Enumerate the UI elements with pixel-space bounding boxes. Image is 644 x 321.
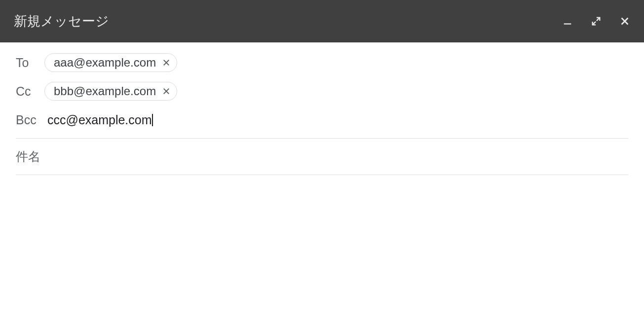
compose-body: To aaa@example.com Cc bbb@example.com Bc… (0, 42, 644, 321)
header-actions (562, 16, 630, 27)
bcc-input-value[interactable]: ccc@example.com (47, 113, 152, 127)
cc-chip-remove-button[interactable] (161, 86, 172, 97)
to-label: To (16, 56, 38, 70)
to-chip-text: aaa@example.com (54, 56, 156, 70)
cc-row[interactable]: Cc bbb@example.com (16, 77, 628, 106)
bcc-row[interactable]: Bcc ccc@example.com (16, 106, 628, 134)
minimize-icon (562, 16, 573, 27)
compose-header: 新規メッセージ (0, 0, 644, 42)
compose-window: 新規メッセージ To aaa@example.com (0, 0, 644, 321)
fullscreen-button[interactable] (591, 16, 602, 27)
compose-title: 新規メッセージ (14, 12, 109, 30)
x-icon (162, 87, 171, 96)
subject-input[interactable] (16, 149, 628, 164)
close-button[interactable] (619, 16, 630, 27)
minimize-button[interactable] (562, 16, 573, 27)
cc-chip[interactable]: bbb@example.com (44, 82, 177, 101)
cc-label: Cc (16, 84, 38, 99)
cc-chip-text: bbb@example.com (54, 84, 156, 98)
to-row[interactable]: To aaa@example.com (16, 48, 628, 77)
to-chip-remove-button[interactable] (161, 57, 172, 68)
expand-icon (591, 16, 602, 27)
close-icon (619, 16, 630, 27)
to-chip[interactable]: aaa@example.com (44, 53, 177, 72)
bcc-label: Bcc (16, 113, 44, 127)
x-icon (162, 58, 171, 67)
subject-row[interactable] (16, 139, 628, 175)
